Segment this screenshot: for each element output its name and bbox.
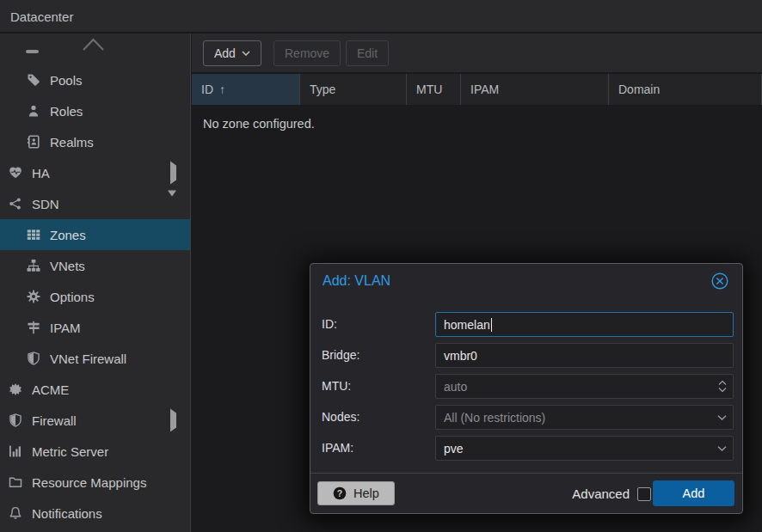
sitemap-icon: [27, 259, 40, 272]
column-label: MTU: [416, 83, 442, 96]
help-button[interactable]: ? Help: [317, 481, 395, 505]
id-field-label: ID:: [322, 312, 337, 337]
zones-table-header: ID ↑ Type MTU IPAM Domain: [192, 74, 762, 106]
zones-toolbar: Add Remove Edit: [192, 34, 762, 73]
ipam-select-value: pve: [444, 442, 464, 456]
bridge-field-row: Bridge: vmbr0: [310, 343, 742, 368]
sidebar-item-vnet-firewall[interactable]: VNet Firewall: [0, 343, 190, 374]
help-button-label: Help: [353, 486, 379, 500]
grid-icon: [27, 228, 40, 242]
id-field-row: ID: homelan: [310, 312, 742, 337]
ipam-select[interactable]: pve: [435, 436, 734, 461]
collapse-down-icon[interactable]: [168, 197, 176, 211]
nodes-placeholder: All (No restrictions): [444, 411, 545, 425]
ipam-field-label: IPAM:: [322, 436, 353, 461]
dialog-title: Add: VLAN: [323, 273, 390, 289]
folder-icon: [9, 475, 22, 489]
ipam-field-row: IPAM: pve: [310, 436, 742, 461]
chevron-down-icon[interactable]: [717, 406, 727, 429]
gear-icon: [27, 290, 40, 303]
svg-text:?: ?: [337, 488, 342, 498]
network-icon: [9, 197, 22, 211]
text-caret: [491, 318, 492, 332]
sidebar-item-vnets[interactable]: VNets: [0, 250, 190, 281]
address-book-icon: [27, 135, 40, 149]
sidebar-item-label: Roles: [50, 104, 83, 119]
chevron-down-icon[interactable]: [717, 437, 727, 460]
sidebar-item-notifications[interactable]: Notifications: [0, 498, 190, 529]
signpost-icon: [27, 321, 40, 334]
user-icon: [27, 104, 40, 118]
sidebar-tree: Pools Roles Realms HA SDN Zones: [0, 34, 191, 532]
sidebar-item-label: HA: [32, 166, 50, 180]
column-header-id[interactable]: ID ↑: [192, 74, 300, 105]
mtu-field-label: MTU:: [322, 374, 351, 399]
sidebar-item-label: IPAM: [50, 321, 81, 335]
sidebar-item-label: VNet Firewall: [50, 352, 126, 366]
nodes-field-row: Nodes: All (No restrictions): [310, 405, 742, 430]
sidebar-item-zones[interactable]: Zones: [0, 219, 190, 250]
sidebar-item-realms[interactable]: Realms: [0, 126, 190, 157]
column-header-domain[interactable]: Domain: [609, 74, 762, 105]
page-title: Datacenter: [10, 9, 73, 23]
shield-icon: [9, 413, 22, 427]
shield-icon: [27, 352, 40, 365]
edit-button[interactable]: Edit: [346, 40, 389, 66]
expand-right-icon[interactable]: [170, 413, 176, 428]
sidebar-item-label: SDN: [32, 197, 59, 211]
sidebar-item-ha[interactable]: HA: [0, 157, 190, 188]
sidebar-item-sdn[interactable]: SDN: [0, 188, 190, 219]
sidebar-item-label: Realms: [50, 135, 94, 150]
column-label: IPAM: [470, 83, 499, 96]
sidebar-item-label: Metric Server: [32, 444, 108, 459]
sidebar-item-resource-mappings[interactable]: Resource Mappings: [0, 467, 190, 498]
bell-icon: [9, 506, 22, 520]
close-icon[interactable]: [710, 272, 729, 290]
mtu-field-row: MTU: auto: [310, 374, 742, 399]
sidebar-item-ipam[interactable]: IPAM: [0, 312, 190, 343]
clipped-item-icon: [26, 50, 39, 53]
expand-right-icon[interactable]: [170, 166, 176, 180]
sidebar-item-label: Notifications: [32, 506, 102, 521]
mtu-spinner[interactable]: auto: [435, 374, 734, 399]
edit-button-label: Edit: [357, 46, 378, 60]
advanced-checkbox[interactable]: [637, 487, 651, 501]
nodes-field-label: Nodes:: [322, 405, 359, 430]
column-header-type[interactable]: Type: [300, 74, 407, 105]
dialog-footer: ? Help Advanced Add: [310, 473, 742, 513]
scroll-up-indicator-icon: [82, 37, 105, 52]
id-input-value: homelan: [444, 318, 490, 332]
sidebar-item-metric-server[interactable]: Metric Server: [0, 436, 190, 467]
sidebar-item-pools[interactable]: Pools: [0, 64, 190, 95]
sidebar-item-label: Firewall: [32, 413, 77, 428]
burst-icon: [9, 382, 22, 396]
nodes-select[interactable]: All (No restrictions): [435, 405, 734, 430]
sidebar-item-clipped[interactable]: [0, 34, 190, 64]
bridge-input[interactable]: vmbr0: [435, 343, 734, 368]
sidebar-item-acme[interactable]: ACME: [0, 374, 190, 405]
column-header-ipam[interactable]: IPAM: [461, 74, 609, 105]
column-label: Type: [310, 83, 335, 96]
app-header: Datacenter: [0, 0, 762, 33]
add-button[interactable]: Add: [203, 40, 261, 66]
sidebar-item-label: Pools: [50, 73, 83, 88]
sidebar-item-options[interactable]: Options: [0, 281, 190, 312]
mtu-placeholder: auto: [444, 380, 467, 394]
advanced-label: Advanced: [572, 486, 630, 501]
add-button-label: Add: [214, 46, 236, 60]
sidebar-item-label: Options: [50, 290, 95, 304]
sidebar-item-roles[interactable]: Roles: [0, 95, 190, 126]
add-vlan-dialog: Add: VLAN ID: homelan Bridge: vmbr0 MTU:…: [310, 263, 743, 514]
bar-chart-icon: [9, 444, 22, 458]
id-input[interactable]: homelan: [435, 312, 734, 337]
remove-button[interactable]: Remove: [273, 40, 341, 66]
chevron-down-icon: [242, 51, 250, 56]
sidebar-item-label: VNets: [50, 259, 85, 273]
column-header-mtu[interactable]: MTU: [407, 74, 461, 105]
sidebar-item-firewall[interactable]: Firewall: [0, 405, 190, 436]
remove-button-label: Remove: [285, 46, 329, 60]
dialog-add-button-label: Add: [683, 486, 705, 500]
heartbeat-icon: [9, 166, 22, 180]
spinner-arrows-icon[interactable]: [718, 375, 727, 398]
dialog-add-button[interactable]: Add: [653, 480, 734, 506]
